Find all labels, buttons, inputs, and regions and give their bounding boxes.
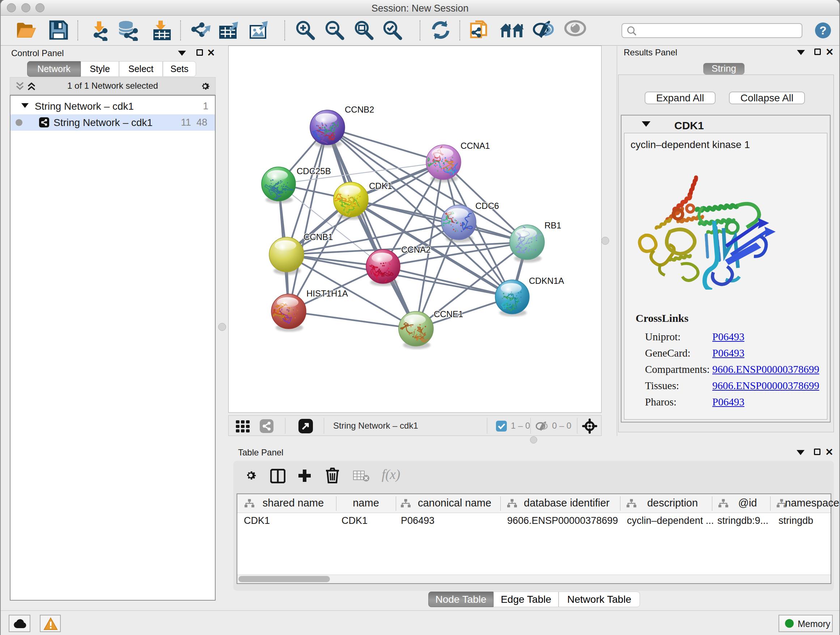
svg-text:CCNB2: CCNB2 bbox=[345, 105, 374, 114]
svg-text:CDK1: CDK1 bbox=[369, 181, 392, 191]
svg-text:CCNE1: CCNE1 bbox=[434, 309, 463, 319]
svg-text:RB1: RB1 bbox=[545, 220, 561, 230]
svg-text:CCNA1: CCNA1 bbox=[461, 141, 490, 150]
svg-text:CDC6: CDC6 bbox=[475, 201, 499, 211]
svg-text:CCNB1: CCNB1 bbox=[303, 232, 333, 242]
svg-text:HIST1H1A: HIST1H1A bbox=[306, 288, 348, 298]
svg-text:CCNA2: CCNA2 bbox=[401, 245, 431, 255]
svg-text:?: ? bbox=[819, 24, 827, 37]
svg-text:CDKN1A: CDKN1A bbox=[529, 276, 564, 286]
svg-text:CDC25B: CDC25B bbox=[297, 166, 331, 176]
